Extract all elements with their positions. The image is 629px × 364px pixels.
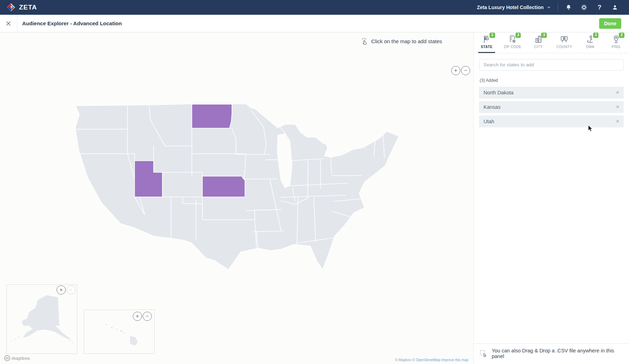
state-north-dakota[interactable] xyxy=(192,104,232,128)
remove-state-icon[interactable]: × xyxy=(616,104,619,110)
tab-zip-label: ZIP CODE xyxy=(504,45,521,49)
location-panel: 3 STATE 3 ZIP CODE xyxy=(473,32,629,364)
tab-pins-label: PINS xyxy=(612,45,621,49)
csv-drop-text: You can also Drag & Drop a .CSV file any… xyxy=(492,348,623,359)
map-zoom-out-button[interactable]: − xyxy=(461,66,470,75)
added-state-row: Kansas × xyxy=(479,101,624,113)
location-type-tabs: 3 STATE 3 ZIP CODE xyxy=(474,32,629,53)
tab-dma[interactable]: 3 DMA xyxy=(577,32,603,53)
attribution-mapbox: © Mapbox xyxy=(395,358,412,362)
user-icon xyxy=(611,4,618,11)
close-button[interactable] xyxy=(0,15,17,32)
state-count-badge: 3 xyxy=(489,33,495,38)
zeta-diamond-icon xyxy=(6,3,15,12)
tab-county[interactable]: COUNTY xyxy=(551,32,577,53)
map-hint-text: Click on the map to add states xyxy=(371,38,442,44)
city-count-badge: 3 xyxy=(541,33,547,38)
pins-count-badge: 2 xyxy=(619,33,624,38)
added-count-label: (3) Added xyxy=(480,78,623,83)
added-state-name: Kansas xyxy=(484,104,500,110)
attribution-osm-link[interactable]: © OpenStreetMap xyxy=(412,358,442,362)
dma-count-badge: 3 xyxy=(593,33,599,38)
gear-icon xyxy=(581,4,588,11)
csv-drop-hint: You can also Drag & Drop a .CSV file any… xyxy=(474,343,629,364)
alaska-zoom-in-button[interactable]: + xyxy=(57,285,66,294)
app-window: ZETA Zeta Luxury Hotel Collection xyxy=(0,0,629,364)
help-icon: ? xyxy=(598,4,602,11)
tab-city[interactable]: 3 CITY xyxy=(525,32,551,53)
alaska-inset-map[interactable] xyxy=(6,284,77,354)
remove-state-icon[interactable]: × xyxy=(616,90,619,95)
chevron-down-icon xyxy=(546,5,551,10)
settings-button[interactable] xyxy=(576,0,592,15)
tab-zip-code[interactable]: 3 ZIP CODE xyxy=(500,32,526,53)
map-canvas[interactable]: Click on the map to add states + − + − xyxy=(0,32,473,364)
account-switcher[interactable]: Zeta Luxury Hotel Collection xyxy=(477,5,558,10)
zip-count-badge: 3 xyxy=(515,33,521,38)
tab-city-label: CITY xyxy=(534,45,543,49)
county-sign-icon xyxy=(559,34,569,44)
tap-icon xyxy=(361,37,368,45)
tab-dma-label: DMA xyxy=(586,45,594,49)
user-menu-button[interactable] xyxy=(607,0,623,15)
close-icon xyxy=(5,20,12,27)
done-button[interactable]: Done xyxy=(599,18,621,29)
alaska-zoom-out-button[interactable]: − xyxy=(66,285,76,294)
tab-pins[interactable]: 2 PINS xyxy=(603,32,629,53)
remove-state-icon[interactable]: × xyxy=(616,119,619,124)
attribution-improve-link[interactable]: Improve this map xyxy=(441,358,468,362)
page-title: Audience Explorer - Advanced Location xyxy=(22,20,122,26)
bell-icon xyxy=(565,4,572,11)
help-button[interactable]: ? xyxy=(592,0,607,15)
added-state-name: North Dakota xyxy=(484,90,513,95)
tab-county-label: COUNTY xyxy=(557,45,572,49)
notifications-button[interactable] xyxy=(561,0,576,15)
mapbox-wordmark: mapbox xyxy=(12,356,30,361)
added-state-row: North Dakota × xyxy=(479,87,624,99)
map-attribution: © Mapbox © OpenStreetMap Improve this ma… xyxy=(395,358,468,362)
zeta-logo[interactable]: ZETA xyxy=(6,3,37,12)
nav-divider xyxy=(558,3,558,12)
alaska-shape xyxy=(7,285,77,353)
top-navbar: ZETA Zeta Luxury Hotel Collection xyxy=(0,0,629,15)
tab-state-label: STATE xyxy=(481,45,492,49)
added-state-row: Utah × xyxy=(479,115,624,127)
map-hint: Click on the map to add states xyxy=(361,37,442,45)
mapbox-logo[interactable]: m mapbox xyxy=(4,355,30,361)
map-zoom-in-button[interactable]: + xyxy=(451,66,460,75)
hawaii-zoom-in-button[interactable]: + xyxy=(133,312,142,321)
hawaii-zoom-out-button[interactable]: − xyxy=(143,312,152,321)
active-tab-indicator xyxy=(478,52,495,53)
tab-state[interactable]: 3 STATE xyxy=(474,32,500,53)
drag-drop-icon xyxy=(479,349,487,358)
account-name: Zeta Luxury Hotel Collection xyxy=(477,5,544,10)
mapbox-circle-icon: m xyxy=(4,355,10,361)
brand-text: ZETA xyxy=(19,4,37,11)
state-kansas[interactable] xyxy=(202,176,245,197)
added-state-name: Utah xyxy=(484,119,494,124)
page-header: Audience Explorer - Advanced Location Do… xyxy=(0,15,629,32)
state-search-input[interactable] xyxy=(479,59,624,71)
